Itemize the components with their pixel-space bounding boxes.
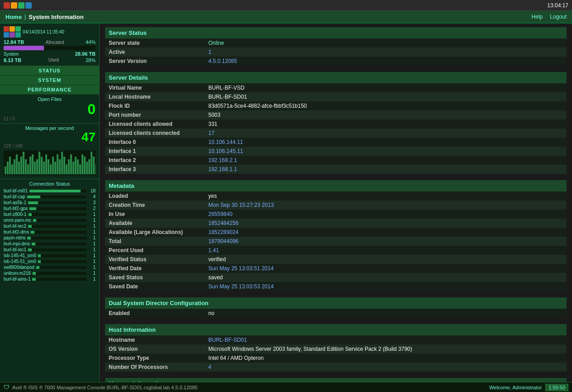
field-value: 4	[205, 363, 567, 372]
field-value: Sun May 25 13:03:53 2014	[205, 282, 567, 291]
connection-item: burl-bf-mi0118	[4, 188, 96, 193]
server-details-table: Virtual NameBURL-BF-VSDLocal HostnameBUR…	[105, 83, 567, 174]
blue-icon[interactable]	[25, 2, 32, 9]
field-value: yes	[205, 191, 567, 201]
conn-bar-fill	[27, 237, 31, 239]
system-row: System 28.96 TB	[4, 51, 96, 57]
connection-item: burl-bf-cap4	[4, 194, 96, 199]
field-value: Sun May 25 13:03:51 2014	[205, 264, 567, 273]
table-row: Virtual NameBURL-BF-VSD	[105, 83, 567, 92]
table-row: Interface 110.106.145.11	[105, 147, 567, 156]
conn-count: 3	[88, 200, 96, 205]
content-area[interactable]: Server Status Server stateOnlineActive1S…	[100, 24, 572, 382]
field-label: Verified Status	[105, 255, 205, 264]
table-row: Local HostnameBURL-BF-SD01	[105, 92, 567, 101]
conn-name: burl-bf-mi01	[4, 188, 28, 193]
nav-separator: |	[24, 14, 26, 20]
connection-item: omni-pam-mc1	[4, 218, 96, 223]
chart-bar	[45, 154, 47, 174]
nav-home-link[interactable]: Home	[5, 14, 22, 20]
avid-icon: 🛡	[4, 384, 10, 391]
conn-count: 18	[88, 188, 96, 193]
conn-count: 1	[88, 224, 96, 229]
used-size: 8.13 TB	[4, 57, 21, 63]
field-label: Interface 2	[105, 156, 205, 165]
conn-bar	[28, 201, 87, 204]
allocated-pct: 44%	[86, 39, 96, 45]
open-files-sub: 21 / 0	[4, 116, 96, 121]
chart-bar	[20, 157, 22, 174]
host-info-table: HostnameBURL-BF-SD01OS VersionMicrosoft …	[105, 335, 567, 372]
field-label: Hostname	[105, 335, 205, 344]
connection-item: isb-145-41_sm01	[4, 253, 96, 258]
field-label: OS Version	[105, 344, 205, 354]
field-label: Loaded	[105, 191, 205, 201]
table-row: Processor TypeIntel 64 / AMD Opteron	[105, 354, 567, 363]
field-label: Creation Time	[105, 201, 205, 210]
conn-name: burl-bf-ams-1	[4, 277, 30, 282]
conn-bar-fill	[31, 231, 34, 234]
conn-bar	[32, 278, 87, 281]
status-nav[interactable]: STATUS	[0, 66, 99, 76]
connection-item: isb-145-51_sm01	[4, 259, 96, 264]
table-row: Interface 2192.168.2.1	[105, 156, 567, 165]
conn-bar	[28, 225, 87, 228]
nav-right: Help Logout	[532, 14, 567, 20]
field-label: Enabled	[105, 309, 205, 318]
conn-count: 1	[88, 235, 96, 240]
conn-bar-fill	[29, 190, 81, 192]
field-value: 10.106.144.11	[205, 138, 567, 147]
conn-bar	[33, 219, 87, 222]
field-value: 1879044096	[205, 237, 567, 246]
conn-bar	[28, 249, 87, 251]
yellow-icon[interactable]	[11, 2, 17, 9]
field-label: In Use	[105, 210, 205, 219]
connection-item: burl-bf-ams-11	[4, 277, 96, 282]
chart-bar	[16, 154, 18, 174]
conn-bar	[38, 254, 87, 257]
conn-count: 1	[88, 212, 96, 217]
conn-bar-fill	[32, 243, 35, 245]
open-files-count: 0	[4, 102, 96, 116]
connection-item: burl-bf-iec21	[4, 224, 96, 229]
conn-name: uniburv.m218	[4, 271, 31, 276]
top-bar: 13:04:17	[0, 0, 572, 11]
status-bar-left: 🛡 Avid ® ISIS ® 7000 Management Console …	[4, 384, 197, 391]
storage-section: 04/14/2014 11:35:40 12.84 TB Allocated 4…	[0, 24, 99, 66]
conn-bar-fill	[36, 266, 39, 269]
chart-bar	[63, 157, 65, 174]
storage-progress	[4, 46, 96, 50]
table-row: Licensed clients connected17	[105, 129, 567, 138]
field-value: 1852484256	[205, 219, 567, 228]
help-link[interactable]: Help	[532, 14, 543, 20]
conn-bar	[29, 190, 87, 192]
field-label: Saved Date	[105, 282, 205, 291]
conn-name: burl-z800-1	[4, 212, 27, 217]
conn-bar	[29, 213, 87, 216]
server-status-header: Server Status	[105, 27, 567, 38]
nav-bar: Home | System Information Help Logout	[0, 11, 572, 24]
top-bar-time: 13:04:17	[547, 2, 568, 9]
system-label: System	[4, 52, 19, 57]
red-icon[interactable]	[4, 2, 10, 9]
conn-bar-fill	[28, 201, 38, 204]
table-row: Available (Large Allocations)1852289024	[105, 228, 567, 237]
conn-bar-fill	[28, 225, 32, 228]
field-label: Number Of Processors	[105, 363, 205, 372]
system-nav[interactable]: SYSTEM	[0, 76, 99, 85]
conn-bar-fill	[38, 254, 41, 257]
chart-bar	[27, 164, 29, 174]
connection-item: burl-as5k-13	[4, 200, 96, 205]
chart-bar	[82, 154, 83, 174]
field-value: 192.168.2.1	[205, 156, 567, 165]
chart-bar	[38, 152, 40, 174]
logout-link[interactable]: Logout	[550, 14, 567, 20]
table-row: Licensed clients allowed331	[105, 120, 567, 129]
performance-nav[interactable]: PERFORMANCE	[0, 85, 99, 95]
status-text: Avid ® ISIS ® 7000 Management Console BU…	[12, 385, 197, 390]
field-value: Intel 64 / AMD Opteron	[205, 354, 567, 363]
used-label: Used	[48, 57, 58, 63]
chart-bar	[23, 152, 24, 174]
green-icon[interactable]	[18, 2, 24, 9]
chart-bar	[88, 159, 90, 174]
